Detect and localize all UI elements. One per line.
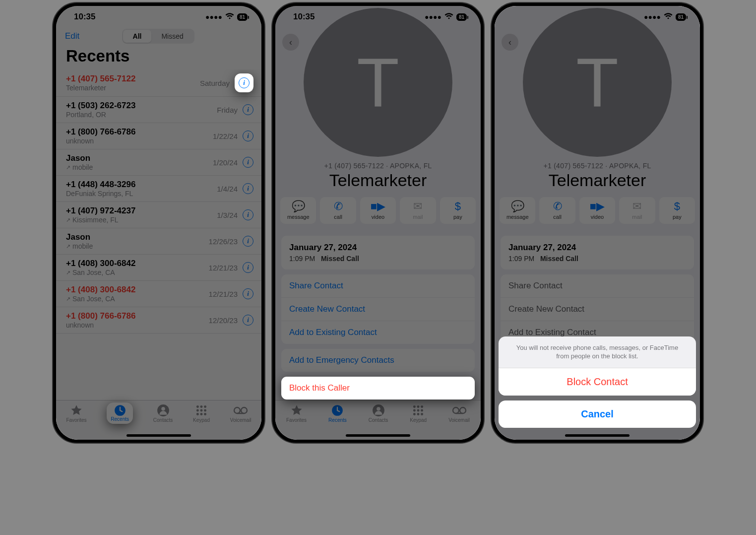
- phone-contact-card: 10:35 ●●●● 81 ‹ T +1 (407) 565-7122 · AP…: [271, 2, 485, 444]
- status-time: 10:35: [74, 12, 95, 22]
- call-log-card: January 27, 2024 1:09 PM Missed Call: [281, 236, 475, 269]
- tab-bar: Favorites Recents Contacts Keypad Voicem…: [56, 400, 261, 440]
- call-row[interactable]: +1 (408) 300-6842↗San Jose, CA12/21/23i: [56, 281, 261, 307]
- pay-button[interactable]: $pay: [440, 197, 476, 224]
- call-row[interactable]: +1 (800) 766-6786unknown1/22/24i: [56, 123, 261, 149]
- call-subtitle: ↗mobile: [66, 163, 93, 171]
- add-existing-link[interactable]: Add to Existing Contact: [281, 321, 475, 344]
- home-indicator[interactable]: [565, 434, 630, 437]
- call-subtitle: unknown: [66, 321, 135, 329]
- phone-recents: 10:35 ●●●● 81 Edit All Missed Recents +1…: [52, 2, 265, 444]
- tab-favorites[interactable]: Favorites: [66, 404, 86, 423]
- info-icon[interactable]: i: [243, 131, 253, 141]
- svg-point-22: [417, 409, 420, 412]
- call-timestamp: 1/22/24: [213, 132, 238, 140]
- status-bar: 10:35 ●●●● 81: [56, 6, 261, 28]
- svg-point-25: [417, 413, 420, 415]
- tab-recents[interactable]: Recents: [328, 404, 347, 423]
- contact-name: Telemarketer: [275, 171, 481, 190]
- clock-icon: [331, 404, 344, 416]
- call-timestamp: 1/3/24: [217, 211, 238, 219]
- call-timestamp: 12/21/23: [209, 290, 238, 298]
- tab-keypad[interactable]: Keypad: [410, 404, 427, 423]
- tab-bar: Favorites Recents Contacts Keypad Voicem…: [275, 400, 481, 440]
- info-icon[interactable]: i: [243, 236, 253, 247]
- mail-button: ✉mail: [400, 197, 436, 224]
- video-icon: ■▶: [371, 201, 385, 212]
- tab-favorites[interactable]: Favorites: [286, 404, 307, 423]
- info-icon[interactable]: i: [239, 77, 250, 88]
- outgoing-icon: ↗: [66, 269, 70, 276]
- call-number: +1 (407) 565-7122: [66, 74, 135, 84]
- info-icon[interactable]: i: [243, 104, 253, 115]
- recent-calls-list: +1 (407) 565-7122TelemarketerSaturdayi+1…: [56, 69, 261, 400]
- tab-recents[interactable]: Recents: [107, 404, 133, 424]
- svg-point-13: [241, 407, 247, 413]
- info-icon[interactable]: i: [243, 157, 253, 168]
- info-icon[interactable]: i: [243, 315, 253, 326]
- tab-voicemail[interactable]: Voicemail: [230, 404, 252, 423]
- svg-point-23: [421, 409, 423, 412]
- info-icon[interactable]: i: [243, 183, 253, 194]
- call-subtitle: DeFuniak Springs, FL: [66, 190, 135, 198]
- star-icon: [290, 404, 303, 416]
- tab-contacts[interactable]: Contacts: [369, 404, 388, 423]
- call-number: +1 (800) 766-6786: [66, 127, 135, 137]
- contact-meta: +1 (407) 565-7122 · APOPKA, FL: [275, 162, 481, 170]
- call-timestamp: 1/20/24: [213, 158, 238, 167]
- create-contact-link[interactable]: Create New Contact: [281, 297, 475, 321]
- call-row[interactable]: +1 (407) 972-4237↗Kissimmee, FL1/3/24i: [56, 202, 261, 228]
- segmented-control[interactable]: All Missed: [122, 29, 194, 44]
- svg-point-7: [200, 409, 203, 412]
- status-icons: ●●●● 81: [205, 13, 248, 21]
- call-subtitle: Telemarketer: [66, 84, 135, 92]
- info-icon[interactable]: i: [243, 262, 253, 273]
- sheet-info-text: You will not receive phone calls, messag…: [499, 336, 696, 368]
- share-contact-link[interactable]: Share Contact: [281, 274, 475, 297]
- svg-point-12: [234, 407, 240, 413]
- cellular-icon: ●●●●: [425, 13, 441, 21]
- tab-voicemail[interactable]: Voicemail: [448, 404, 470, 423]
- call-button[interactable]: ✆call: [320, 197, 356, 224]
- call-row[interactable]: +1 (408) 300-6842↗San Jose, CA12/21/23i: [56, 255, 261, 281]
- tab-contacts[interactable]: Contacts: [153, 404, 173, 423]
- svg-point-10: [200, 413, 203, 415]
- add-emergency-link[interactable]: Add to Emergency Contacts: [281, 349, 475, 372]
- block-contact-button[interactable]: Block Contact: [499, 368, 696, 396]
- svg-point-3: [196, 405, 199, 408]
- person-icon: [157, 404, 170, 416]
- svg-point-5: [204, 405, 206, 408]
- svg-point-19: [417, 405, 420, 408]
- call-row[interactable]: Jason↗mobile12/26/23i: [56, 228, 261, 255]
- svg-point-24: [413, 413, 416, 415]
- status-time: 10:35: [293, 12, 315, 22]
- info-icon[interactable]: i: [243, 209, 253, 220]
- svg-point-18: [413, 405, 416, 408]
- message-button[interactable]: 💬message: [280, 197, 316, 224]
- status-icons: ●●●● 81: [425, 13, 467, 21]
- home-indicator[interactable]: [346, 434, 410, 437]
- call-number: +1 (503) 262-6723: [66, 101, 135, 111]
- call-row[interactable]: +1 (407) 565-7122TelemarketerSaturdayi: [56, 69, 261, 97]
- svg-point-27: [453, 407, 459, 413]
- info-icon[interactable]: i: [243, 288, 253, 299]
- svg-point-8: [204, 409, 206, 412]
- call-row[interactable]: +1 (800) 766-6786unknown12/20/23i: [56, 307, 261, 334]
- call-row[interactable]: +1 (448) 448-3296DeFuniak Springs, FL1/4…: [56, 176, 261, 202]
- call-row[interactable]: +1 (503) 262-6723Portland, ORFridayi: [56, 97, 261, 123]
- back-button[interactable]: ‹: [282, 34, 299, 51]
- tab-keypad[interactable]: Keypad: [193, 404, 210, 423]
- mail-icon: ✉: [413, 201, 422, 212]
- call-subtitle: ↗Kissimmee, FL: [66, 216, 135, 224]
- segment-missed[interactable]: Missed: [151, 30, 193, 43]
- segment-all[interactable]: All: [123, 30, 152, 43]
- page-title: Recents: [56, 45, 261, 69]
- block-caller-link[interactable]: Block this Caller: [281, 377, 475, 400]
- home-indicator[interactable]: [126, 434, 191, 437]
- call-row[interactable]: Jason↗mobile1/20/24i: [56, 149, 261, 176]
- video-button[interactable]: ■▶video: [360, 197, 396, 224]
- battery-icon: 81: [237, 13, 248, 21]
- contact-actions: 💬message ✆call ■▶video ✉mail $pay: [275, 190, 481, 231]
- cancel-button[interactable]: Cancel: [499, 401, 696, 428]
- edit-button[interactable]: Edit: [65, 31, 79, 41]
